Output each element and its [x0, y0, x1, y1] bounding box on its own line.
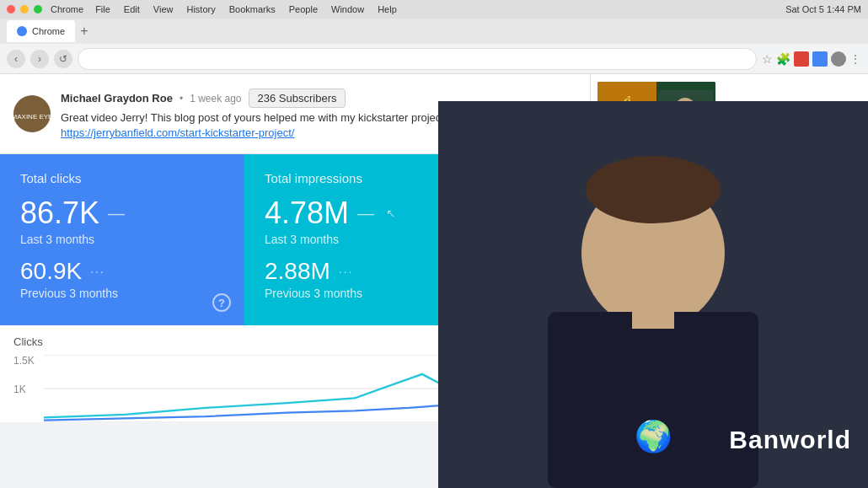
bookmark-icon[interactable]: ☆	[762, 52, 773, 66]
menu-bookmarks[interactable]: Bookmarks	[229, 4, 276, 14]
back-button[interactable]: ‹	[7, 50, 25, 68]
menu-help[interactable]: Help	[378, 4, 397, 14]
subscribers-badge: 236 Subscribers	[249, 88, 346, 108]
cursor-indicator: ↖	[386, 206, 396, 220]
menu-dots-icon[interactable]: ⋮	[849, 52, 861, 66]
tab-label: Chrome	[32, 26, 65, 36]
menu-people[interactable]: People	[289, 4, 318, 14]
address-input[interactable]	[78, 48, 757, 70]
menu-edit[interactable]: Edit	[124, 4, 140, 14]
address-bar-icons: ☆ 🧩 ⋮	[762, 51, 861, 67]
brand-text: Banworld	[729, 426, 851, 454]
clicks-value: 86.7K	[20, 196, 99, 231]
clicks-label: Total clicks	[20, 171, 224, 185]
active-tab[interactable]: Chrome	[7, 20, 75, 42]
menu-file[interactable]: File	[95, 4, 110, 14]
comment-time: 1 week ago	[190, 93, 241, 105]
clicks-primary-value: 86.7K —	[20, 196, 224, 231]
refresh-button[interactable]: ↺	[54, 50, 72, 68]
svg-text:MAXINE EYE: MAXINE EYE	[13, 113, 51, 121]
impressions-value: 4.78M	[265, 196, 349, 231]
video-overlay: Banworld 🌍	[438, 101, 868, 488]
avatar: MAXINE EYE	[13, 95, 51, 132]
tab-favicon	[17, 26, 27, 36]
clicks-period: Last 3 months	[20, 233, 224, 246]
impressions-prev-value: 2.88M	[265, 258, 330, 285]
close-button[interactable]	[7, 5, 15, 13]
impressions-dash: —	[357, 204, 374, 223]
minimize-button[interactable]	[20, 5, 29, 13]
menu-window[interactable]: Window	[331, 4, 364, 14]
svg-rect-18	[632, 303, 674, 329]
system-time: Sat Oct 5 1:44 PM	[785, 4, 861, 14]
tab-bar: Chrome +	[0, 19, 868, 44]
youtube-icon[interactable]	[794, 51, 809, 67]
clicks-prev-period: Previous 3 months	[20, 287, 224, 300]
browser-app-label: Chrome	[51, 4, 83, 14]
profile-icon[interactable]	[831, 51, 846, 67]
forward-button[interactable]: ›	[30, 50, 49, 68]
clicks-triple-dash: ···	[90, 265, 105, 278]
chart-y-val-2: 1K	[13, 383, 44, 395]
clicks-dash: —	[108, 204, 125, 223]
browser-chrome-bar: Chrome File Edit View History Bookmarks …	[0, 0, 868, 19]
address-bar-row: ‹ › ↺ ☆ 🧩 ⋮	[0, 44, 868, 74]
menu-history[interactable]: History	[186, 4, 215, 14]
clicks-secondary-value: 60.9K ···	[20, 258, 224, 285]
menu-view[interactable]: View	[153, 4, 174, 14]
svg-point-17	[586, 156, 721, 223]
svg-rect-15	[548, 312, 758, 488]
clicks-help-icon[interactable]: ?	[212, 293, 231, 312]
globe-icon: 🌍	[635, 419, 672, 454]
chart-y-val-1: 1.5K	[13, 355, 44, 367]
chrome-icon[interactable]	[812, 51, 828, 67]
chart-y-axis: 1.5K 1K	[13, 355, 44, 395]
separator: •	[179, 93, 183, 105]
clicks-prev-value: 60.9K	[20, 258, 82, 285]
new-tab-button[interactable]: +	[80, 24, 88, 39]
extensions-icon[interactable]: 🧩	[776, 52, 790, 66]
comment-author: Michael Graydon Roe	[61, 92, 173, 105]
person-background: Banworld 🌍	[438, 101, 868, 488]
impressions-triple-dash: ···	[339, 265, 354, 278]
total-clicks-card: Total clicks 86.7K — Last 3 months 60.9K…	[0, 154, 244, 325]
fullscreen-button[interactable]	[34, 5, 42, 13]
